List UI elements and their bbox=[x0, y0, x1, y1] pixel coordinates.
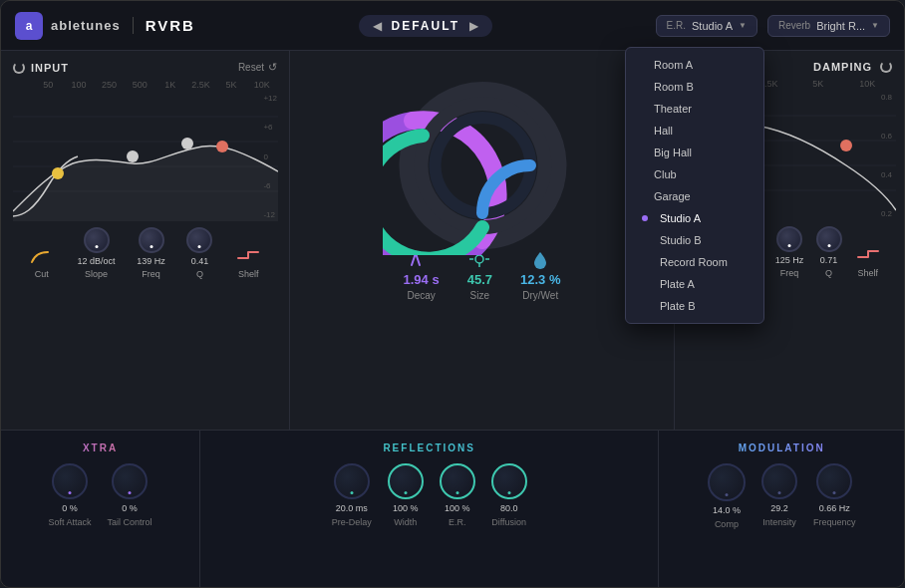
input-knob-freq: 139 Hz Freq bbox=[137, 227, 165, 279]
preset-next-button[interactable]: ▶ bbox=[469, 19, 478, 33]
freq-value: 139 Hz bbox=[137, 256, 165, 266]
dropdown-item-garage[interactable]: Garage bbox=[626, 185, 763, 207]
er-dropdown[interactable]: E.R. Studio A ▼ bbox=[656, 15, 757, 37]
reset-button[interactable]: Reset ↺ bbox=[238, 61, 277, 74]
pre-delay-label: Pre-Delay bbox=[332, 517, 372, 527]
reflections-title: REFLECTIONS bbox=[216, 442, 642, 453]
comp-value: 14.0 % bbox=[713, 505, 741, 515]
modulation-frequency: 0.66 Hz Frequency bbox=[813, 463, 856, 529]
bottom-area: XTRA 0 % Soft Attack 0 % Tail Control RE… bbox=[1, 430, 904, 588]
er-dropdown-arrow: ▼ bbox=[739, 21, 747, 30]
damping-freq-knob: 125 Hz Freq bbox=[775, 226, 804, 278]
slope-knob[interactable] bbox=[84, 227, 110, 253]
slope-value: 12 dB/oct bbox=[78, 256, 116, 266]
dropdown-item-big-hall[interactable]: Big Hall bbox=[626, 142, 763, 163]
damping-db-labels: 0.8 0.6 0.4 0.2 bbox=[881, 91, 892, 220]
width-value: 100 % bbox=[393, 503, 419, 513]
modulation-comp: 14.0 % Comp bbox=[708, 463, 746, 529]
cut-label: Cut bbox=[35, 269, 49, 279]
size-label: Size bbox=[470, 290, 489, 301]
xtra-knobs: 0 % Soft Attack 0 % Tail Control bbox=[17, 463, 183, 527]
preset-prev-button[interactable]: ◀ bbox=[373, 19, 382, 33]
logo-icon: a bbox=[15, 12, 43, 40]
damping-shelf-right: Shelf bbox=[854, 243, 882, 278]
er-label: E.R. bbox=[449, 517, 466, 527]
input-knob-shelf: Shelf bbox=[234, 244, 262, 279]
header-right: E.R. Studio A ▼ Reverb Bright R... ▼ bbox=[656, 15, 890, 37]
shelf-icon bbox=[234, 244, 262, 266]
er-value: 100 % bbox=[445, 503, 470, 513]
input-power-icon[interactable] bbox=[13, 62, 25, 74]
reverb-dropdown[interactable]: Reverb Bright R... ▼ bbox=[767, 15, 890, 37]
reflections-pre-delay: 20.0 ms Pre-Delay bbox=[332, 463, 372, 527]
reflections-diffusion: 80.0 Diffusion bbox=[491, 463, 527, 527]
damping-title: DAMPING bbox=[813, 61, 872, 73]
width-knob[interactable] bbox=[388, 463, 424, 499]
dropdown-item-room-a[interactable]: Room A bbox=[626, 54, 763, 76]
dropdown-item-record-room[interactable]: Record Room bbox=[626, 251, 763, 273]
width-label: Width bbox=[394, 517, 417, 527]
input-knob-q: 0.41 Q bbox=[186, 227, 212, 279]
center-knobs-row: 1.94 s Decay 45.7 Size bbox=[404, 249, 561, 301]
input-knobs-row: Cut 12 dB/oct Slope 139 Hz Freq 0.41 bbox=[13, 227, 277, 279]
intensity-label: Intensity bbox=[762, 517, 796, 527]
diffusion-knob[interactable] bbox=[491, 463, 527, 499]
xtra-tail-control: 0 % Tail Control bbox=[108, 463, 152, 527]
input-freq-labels: 50 100 250 500 1K 2.5K 5K 10K bbox=[13, 80, 277, 90]
intensity-knob[interactable] bbox=[761, 463, 797, 499]
reflections-width: 100 % Width bbox=[388, 463, 424, 527]
eq-point-1 bbox=[52, 167, 64, 179]
dropdown-item-room-b[interactable]: Room B bbox=[626, 76, 763, 98]
comp-label: Comp bbox=[715, 519, 739, 529]
dropdown-item-hall[interactable]: Hall bbox=[626, 120, 763, 142]
soft-attack-label: Soft Attack bbox=[48, 517, 91, 527]
reverb-visual bbox=[383, 66, 582, 245]
logo: a abletunes bbox=[15, 12, 121, 40]
input-knob-cut: Cut bbox=[28, 244, 56, 279]
xtra-title: XTRA bbox=[17, 442, 183, 453]
decay-value: 1.94 s bbox=[404, 272, 440, 287]
dropdown-item-plate-a[interactable]: Plate A bbox=[626, 273, 763, 295]
tail-control-knob[interactable] bbox=[112, 463, 148, 499]
frequency-knob[interactable] bbox=[816, 463, 852, 499]
comp-knob[interactable] bbox=[708, 463, 746, 501]
soft-attack-value: 0 % bbox=[62, 503, 78, 513]
soft-attack-knob[interactable] bbox=[52, 463, 88, 499]
damping-shelf-right-icon bbox=[854, 243, 882, 265]
dropdown-item-studio-b[interactable]: Studio B bbox=[626, 229, 763, 251]
eq-point-4 bbox=[216, 141, 228, 152]
db-labels: +12 +6 0 -6 -12 bbox=[263, 92, 277, 221]
cut-icon bbox=[28, 244, 56, 266]
plugin-name: RVRB bbox=[133, 17, 195, 34]
pre-delay-knob[interactable] bbox=[334, 463, 370, 499]
dropdown-item-club[interactable]: Club bbox=[626, 163, 763, 185]
dropdown-item-plate-b[interactable]: Plate B bbox=[626, 295, 763, 317]
er-knob[interactable] bbox=[440, 463, 475, 499]
slope-label: Slope bbox=[85, 269, 108, 279]
input-eq-svg bbox=[13, 92, 278, 221]
tail-control-label: Tail Control bbox=[108, 517, 152, 527]
damping-q[interactable] bbox=[816, 226, 842, 252]
damping-freq-label: Freq bbox=[780, 268, 799, 278]
damping-power-icon[interactable] bbox=[880, 61, 892, 73]
q-knob[interactable] bbox=[186, 227, 212, 253]
damping-shelf-right-label: Shelf bbox=[858, 268, 879, 278]
header: a abletunes RVRB ◀ DEFAULT ▶ E.R. Studio… bbox=[1, 1, 904, 51]
freq-knob[interactable] bbox=[139, 227, 164, 253]
reflections-knobs: 20.0 ms Pre-Delay 100 % Width 100 % E.R.… bbox=[216, 463, 642, 527]
damping-freq[interactable] bbox=[776, 226, 802, 252]
modulation-knobs: 14.0 % Comp 29.2 Intensity 0.66 Hz Frequ… bbox=[675, 463, 888, 529]
decay-label: Decay bbox=[407, 290, 435, 301]
q-label: Q bbox=[196, 269, 203, 279]
center-decay: 1.94 s Decay bbox=[404, 249, 440, 301]
wet-value: 12.3 % bbox=[520, 272, 560, 287]
intensity-value: 29.2 bbox=[770, 503, 788, 513]
damping-q-value: 0.71 bbox=[820, 255, 838, 265]
modulation-intensity: 29.2 Intensity bbox=[761, 463, 797, 529]
center-size: 45.7 Size bbox=[467, 249, 492, 301]
reflections-er: 100 % E.R. bbox=[440, 463, 475, 527]
dropdown-item-theater[interactable]: Theater bbox=[626, 98, 763, 120]
dropdown-item-studio-a[interactable]: Studio A bbox=[626, 207, 763, 229]
damping-q-label: Q bbox=[825, 268, 832, 278]
eq-point-3 bbox=[181, 138, 193, 149]
